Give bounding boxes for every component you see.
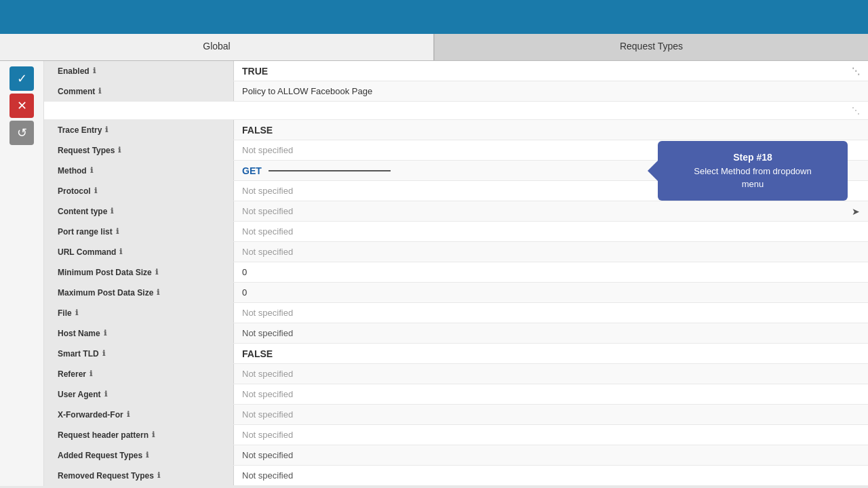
label-x-forwarded-for: X-Forwarded-For ℹ — [44, 405, 234, 424]
row-referer: Referer ℹ Not specified — [44, 364, 868, 384]
row-min-post: Minimum Post Data Size ℹ 0 — [44, 262, 868, 283]
info-icon-user-agent: ℹ — [104, 390, 107, 399]
tooltip-body: Select Method from dropdownmenu — [671, 165, 834, 191]
method-arrow-line — [269, 170, 391, 171]
check-button[interactable]: ✓ — [9, 66, 34, 91]
info-icon-referer: ℹ — [90, 369, 92, 378]
resize-icon: ⋱ — [852, 66, 860, 76]
row-enabled: Enabled ℹ TRUE ⋱ — [44, 61, 868, 81]
top-bar — [0, 0, 868, 34]
row-spacer: ⋱ — [44, 102, 868, 120]
info-icon-host-name: ℹ — [104, 329, 106, 338]
send-icon: ➤ — [852, 206, 860, 217]
value-content-type: Not specified ➤ — [234, 201, 868, 221]
value-url-command: Not specified — [234, 242, 868, 262]
value-comment: Policy to ALLOW Facebook Page — [234, 81, 868, 101]
value-trace-entry: FALSE — [234, 120, 868, 140]
label-method: Method ℹ — [44, 161, 234, 180]
label-port-range: Port range list ℹ — [44, 222, 234, 241]
row-req-header-pattern: Request header pattern ℹ Not specified — [44, 425, 868, 445]
info-icon-protocol: ℹ — [94, 186, 97, 195]
info-icon-enabled: ℹ — [93, 66, 96, 75]
tabs-bar: Global Request Types — [0, 34, 868, 61]
label-file: File ℹ — [44, 303, 234, 323]
info-icon-max-post: ℹ — [157, 288, 159, 297]
row-port-range: Port range list ℹ Not specified — [44, 222, 868, 242]
value-file: Not specified — [234, 303, 868, 323]
label-added-request-types: Added Request Types ℹ — [44, 445, 234, 465]
info-icon-trace: ℹ — [105, 125, 108, 134]
info-icon-port-range: ℹ — [116, 227, 119, 236]
info-icon-method: ℹ — [90, 166, 93, 175]
label-req-header-pattern: Request header pattern ℹ — [44, 425, 234, 445]
info-icon-req-header-pattern: ℹ — [152, 430, 155, 439]
label-smart-tld: Smart TLD ℹ — [44, 344, 234, 363]
close-icon: ✕ — [17, 98, 27, 113]
row-host-name: Host Name ℹ Not specified — [44, 323, 868, 344]
reset-button[interactable]: ↺ — [9, 121, 34, 145]
info-icon-request-types: ℹ — [118, 146, 121, 155]
row-smart-tld: Smart TLD ℹ FALSE — [44, 344, 868, 364]
label-content-type: Content type ℹ — [44, 201, 234, 221]
value-user-agent: Not specified — [234, 384, 868, 404]
cancel-button[interactable]: ✕ — [9, 94, 34, 118]
value-referer: Not specified — [234, 364, 868, 384]
value-max-post: 0 — [234, 283, 868, 302]
value-added-request-types: Not specified — [234, 445, 868, 465]
row-url-command: URL Command ℹ Not specified — [44, 242, 868, 262]
info-icon-x-forwarded: ℹ — [127, 410, 130, 419]
value-host-name: Not specified — [234, 323, 868, 343]
label-max-post: Maximum Post Data Size ℹ — [44, 283, 234, 302]
row-user-agent: User Agent ℹ Not specified — [44, 384, 868, 405]
label-request-types: Request Types ℹ — [44, 140, 234, 160]
label-url-command: URL Command ℹ — [44, 242, 234, 262]
form-container: Enabled ℹ TRUE ⋱ Comment ℹ Policy to ALL… — [44, 61, 868, 486]
resize-corner-icon: ⋱ — [852, 106, 860, 115]
row-comment: Comment ℹ Policy to ALLOW Facebook Page — [44, 81, 868, 102]
row-file: File ℹ Not specified — [44, 303, 868, 323]
label-host-name: Host Name ℹ — [44, 323, 234, 343]
tab-global[interactable]: Global — [0, 34, 433, 60]
value-req-header-pattern: Not specified — [234, 425, 868, 445]
check-icon: ✓ — [17, 71, 27, 86]
reset-icon: ↺ — [17, 125, 27, 140]
row-removed-request-types: Removed Request Types ℹ Not specified — [44, 466, 868, 486]
row-trace-entry: Trace Entry ℹ FALSE — [44, 120, 868, 140]
label-enabled: Enabled ℹ — [44, 61, 234, 81]
value-enabled: TRUE ⋱ — [234, 61, 868, 81]
label-user-agent: User Agent ℹ — [44, 384, 234, 404]
label-min-post: Minimum Post Data Size ℹ — [44, 262, 234, 282]
row-x-forwarded-for: X-Forwarded-For ℹ Not specified — [44, 405, 868, 425]
label-protocol: Protocol ℹ — [44, 181, 234, 201]
sidebar: ✓ ✕ ↺ — [0, 61, 44, 486]
tab-request-types[interactable]: Request Types — [435, 34, 868, 60]
label-removed-request-types: Removed Request Types ℹ — [44, 466, 234, 485]
value-min-post: 0 — [234, 262, 868, 282]
value-smart-tld: FALSE — [234, 344, 868, 363]
info-icon-removed-req-types: ℹ — [157, 471, 160, 480]
row-added-request-types: Added Request Types ℹ Not specified — [44, 445, 868, 466]
info-icon-min-post: ℹ — [155, 268, 158, 277]
info-icon-comment: ℹ — [98, 87, 101, 96]
row-method: Method ℹ GET Step #18 Select Method from… — [44, 161, 868, 181]
label-referer: Referer ℹ — [44, 364, 234, 384]
info-icon-added-req-types: ℹ — [146, 451, 149, 460]
label-comment: Comment ℹ — [44, 81, 234, 101]
value-x-forwarded-for: Not specified — [234, 405, 868, 424]
label-trace-entry: Trace Entry ℹ — [44, 120, 234, 140]
info-icon-url-command: ℹ — [119, 247, 122, 256]
row-content-type: Content type ℹ Not specified ➤ — [44, 201, 868, 222]
value-method[interactable]: GET Step #18 Select Method from dropdown… — [234, 161, 868, 180]
row-max-post: Maximum Post Data Size ℹ 0 — [44, 283, 868, 303]
info-icon-smart-tld: ℹ — [102, 349, 105, 358]
tooltip-title: Step #18 — [671, 150, 834, 165]
value-port-range: Not specified — [234, 222, 868, 241]
info-icon-file: ℹ — [75, 308, 78, 317]
tooltip-bubble: Step #18 Select Method from dropdownmenu — [658, 141, 848, 201]
value-spacer: ⋱ — [44, 102, 868, 119]
value-removed-request-types: Not specified — [234, 466, 868, 485]
info-icon-content-type: ℹ — [111, 207, 113, 216]
main-content: ✓ ✕ ↺ Enabled ℹ TRUE ⋱ Comment ℹ — [0, 61, 868, 486]
